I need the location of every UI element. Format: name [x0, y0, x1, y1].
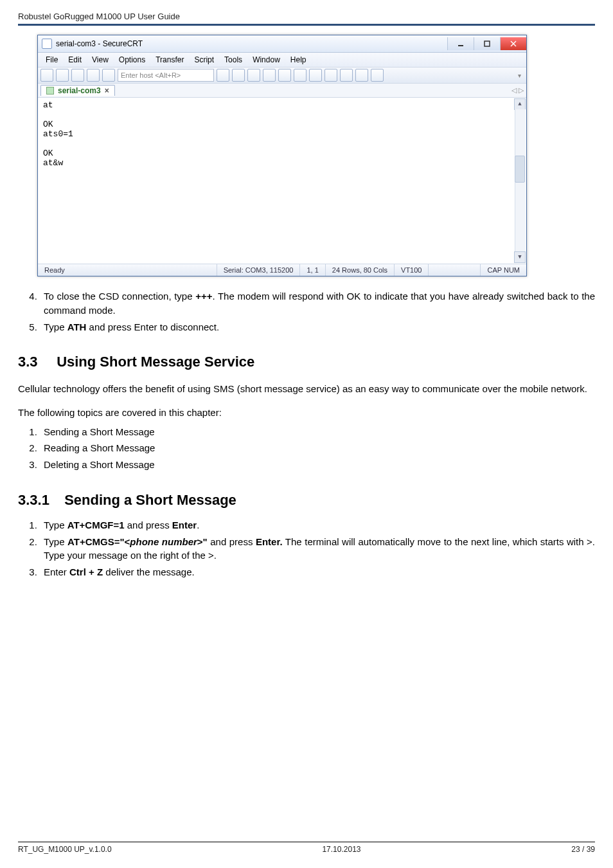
tb-icon-11[interactable] [294, 69, 306, 82]
tab-close-icon[interactable]: × [105, 86, 109, 95]
menu-window[interactable]: Window [249, 54, 284, 66]
heading-3-3-1: 3.3.1 Sending a Short Message [18, 490, 595, 511]
topic-1: Sending a Short Message [40, 425, 595, 439]
heading-title: Sending a Short Message [64, 492, 236, 508]
phone-number-placeholder: phone number [130, 536, 197, 547]
tb-icon-16[interactable] [371, 69, 384, 82]
page-header: Robustel GoRugged M1000 UP User Guide [18, 12, 595, 21]
tb-icon-10[interactable] [278, 69, 291, 82]
heading-num: 3.3 [18, 352, 53, 372]
terminal-output[interactable]: at OK ats0=1 OK at&w ▲ ▼ [38, 98, 526, 264]
menu-edit[interactable]: Edit [64, 54, 85, 66]
status-bar: Ready Serial: COM3, 115200 1, 1 24 Rows,… [38, 264, 526, 276]
menu-file[interactable]: File [42, 54, 62, 66]
heading-num: 3.3.1 [18, 490, 60, 511]
status-caps: CAP NUM [481, 264, 526, 276]
step-331-1: Type AT+CMGF=1 and press Enter. [40, 518, 595, 532]
footer-mid: 17.10.2013 [322, 845, 360, 854]
connected-icon [46, 87, 54, 95]
heading-title: Using Short Message Service [57, 354, 254, 370]
status-ready: Ready [38, 264, 217, 276]
tb-icon-1[interactable] [40, 69, 53, 82]
menu-script[interactable]: Script [190, 54, 218, 66]
menu-help[interactable]: Help [287, 54, 310, 66]
tb-icon-3[interactable] [71, 69, 84, 82]
cmd-ath: ATH [67, 321, 87, 332]
menu-tools[interactable]: Tools [220, 54, 246, 66]
toolbar-overflow-icon[interactable]: ▾ [515, 72, 524, 79]
sec33-topics-lead: The following topics are covered in this… [18, 406, 595, 420]
app-icon [42, 39, 52, 49]
status-size: 24 Rows, 80 Cols [326, 264, 395, 276]
toolbar: Enter host <Alt+R> ▾ [38, 68, 526, 84]
menu-view[interactable]: View [88, 54, 112, 66]
session-tabs: serial-com3 × ◁ ▷ [38, 84, 526, 98]
cmd-ctrlz: Ctrl + Z [69, 566, 103, 577]
tb-icon-4[interactable] [87, 69, 100, 82]
steps-331: Type AT+CMGF=1 and press Enter. Type AT+… [18, 518, 595, 579]
tb-icon-7[interactable] [232, 69, 245, 82]
terminal-text: at OK ats0=1 OK at&w [43, 100, 73, 168]
tb-icon-2[interactable] [56, 69, 69, 82]
tab-nav-arrows[interactable]: ◁ ▷ [511, 86, 524, 95]
host-input[interactable]: Enter host <Alt+R> [118, 69, 214, 82]
topic-2: Reading a Short Message [40, 441, 595, 455]
cmd-ppp: +++ [195, 291, 212, 302]
status-emul: VT100 [395, 264, 429, 276]
page-footer: RT_UG_M1000 UP_v.1.0.0 17.10.2013 23 / 3… [18, 842, 595, 854]
tb-icon-13[interactable] [324, 69, 337, 82]
tab-label: serial-com3 [58, 86, 101, 95]
menu-bar: File Edit View Options Transfer Script T… [38, 53, 526, 68]
titlebar[interactable]: serial-com3 - SecureCRT [38, 35, 526, 53]
status-cursor: 1, 1 [300, 264, 325, 276]
footer-right: 23 / 39 [571, 845, 595, 854]
securecrt-window: serial-com3 - SecureCRT File Edit View O… [37, 35, 527, 276]
heading-3-3: 3.3 Using Short Message Service [18, 352, 595, 372]
menu-options[interactable]: Options [115, 54, 149, 66]
status-port: Serial: COM3, 115200 [217, 264, 301, 276]
tb-icon-5[interactable] [102, 69, 115, 82]
sec33-intro: Cellular technology offers the benefit o… [18, 382, 595, 396]
scrollbar-thumb[interactable] [515, 156, 525, 183]
sec33-topic-list: Sending a Short Message Reading a Short … [18, 425, 595, 472]
minimize-button[interactable] [447, 37, 474, 50]
menu-transfer[interactable]: Transfer [152, 54, 188, 66]
step-4: To close the CSD connection, type +++. T… [40, 289, 595, 318]
cmd-cmgf: AT+CMGF=1 [67, 520, 125, 530]
scroll-up-icon[interactable]: ▲ [514, 98, 526, 110]
tb-icon-14[interactable] [340, 69, 353, 82]
window-title: serial-com3 - SecureCRT [56, 39, 143, 48]
tb-icon-9[interactable] [263, 69, 276, 82]
close-button[interactable] [500, 37, 526, 50]
tb-icon-15[interactable] [355, 69, 368, 82]
footer-left: RT_UG_M1000 UP_v.1.0.0 [18, 845, 112, 854]
topic-3: Deleting a Short Message [40, 458, 595, 472]
svg-rect-1 [484, 41, 490, 46]
maximize-button[interactable] [474, 37, 500, 50]
tb-icon-6[interactable] [217, 69, 229, 82]
step-5: Type ATH and press Enter to disconnect. [40, 320, 595, 334]
header-rule [18, 24, 595, 26]
tb-icon-12[interactable] [309, 69, 322, 82]
scroll-down-icon[interactable]: ▼ [514, 251, 526, 263]
steps-4-5: To close the CSD connection, type +++. T… [18, 289, 595, 334]
tab-serial-com3[interactable]: serial-com3 × [40, 85, 115, 96]
tb-icon-8[interactable] [247, 69, 260, 82]
step-331-2: Type AT+CMGS="<phone number>" and press … [40, 535, 595, 563]
step-331-3: Enter Ctrl + Z deliver the message. [40, 565, 595, 579]
